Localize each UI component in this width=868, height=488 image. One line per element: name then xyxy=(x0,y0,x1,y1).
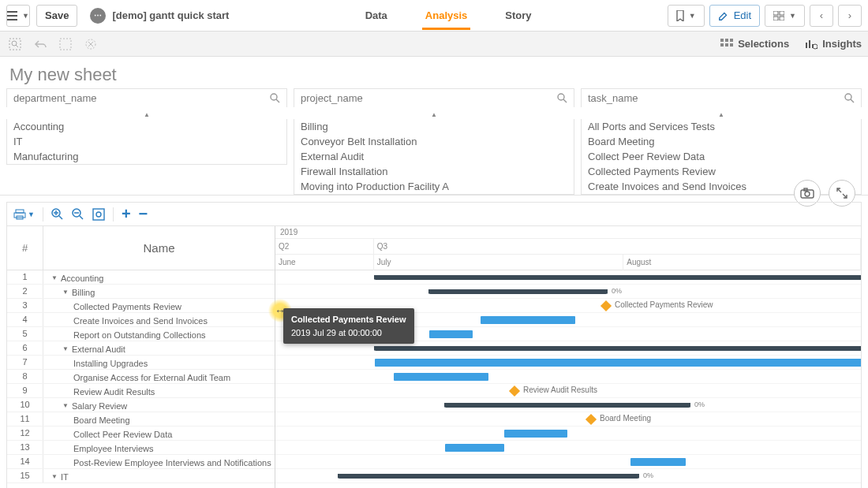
grid-row[interactable]: 2▼Billing xyxy=(7,285,275,299)
grid-header-index[interactable]: # xyxy=(7,226,43,270)
task-bar[interactable] xyxy=(630,458,686,466)
grid-row[interactable]: 1▼Accounting xyxy=(7,270,275,285)
timeline-row[interactable]: 0% xyxy=(275,285,861,299)
sort-asc-icon[interactable]: ▲ xyxy=(431,111,437,118)
milestone-marker[interactable] xyxy=(586,414,597,425)
grid-row[interactable]: 8Organise Access for External Audit Team xyxy=(7,370,275,384)
task-bar[interactable] xyxy=(481,316,575,324)
task-bar[interactable] xyxy=(445,444,504,452)
timeline-row[interactable] xyxy=(275,313,861,327)
zoom-fit-icon xyxy=(92,208,105,221)
svg-rect-2 xyxy=(773,17,778,20)
grid-row[interactable]: 11Board Meeting xyxy=(7,412,275,427)
task-bar[interactable] xyxy=(375,359,861,367)
tree-toggle-icon[interactable]: ▼ xyxy=(62,289,69,296)
grid-row[interactable]: 4Create Invoices and Send Invoices xyxy=(7,313,275,327)
hamburger-menu-button[interactable]: ▼ xyxy=(6,5,30,27)
clear-all-button[interactable] xyxy=(82,35,99,53)
grid-row[interactable]: 5Report on Outstanding Collections xyxy=(7,327,275,341)
tab-data[interactable]: Data xyxy=(362,2,391,30)
collapse-all-button[interactable]: − xyxy=(139,205,148,223)
expand-all-button[interactable]: + xyxy=(122,205,131,223)
filter-item[interactable]: Moving into Production Facility A xyxy=(294,179,574,194)
timeline-row[interactable]: 0% xyxy=(275,469,861,483)
timeline-row[interactable] xyxy=(275,327,861,341)
summary-bar[interactable] xyxy=(429,289,607,294)
filter-header[interactable]: project_name xyxy=(294,88,574,107)
grid-row[interactable]: 6▼External Audit xyxy=(7,341,275,356)
grid-row[interactable]: 3Collected Payments Review xyxy=(7,299,275,313)
tab-analysis[interactable]: Analysis xyxy=(422,2,470,30)
search-icon[interactable] xyxy=(844,93,855,103)
timeline-row[interactable] xyxy=(275,356,861,370)
timeline-row[interactable]: 0% xyxy=(275,398,861,412)
step-back-button[interactable] xyxy=(32,35,49,53)
filter-item[interactable]: IT xyxy=(7,134,286,149)
filter-header[interactable]: department_name xyxy=(6,88,287,107)
filter-item[interactable]: External Audit xyxy=(294,149,574,164)
grid-row[interactable]: 15▼IT xyxy=(7,469,275,483)
sort-asc-icon[interactable]: ▲ xyxy=(144,111,150,118)
tree-toggle-icon[interactable]: ▼ xyxy=(62,345,69,352)
grid-row[interactable]: 10▼Salary Review xyxy=(7,398,275,412)
filter-header[interactable]: task_name xyxy=(581,88,862,107)
timeline-row[interactable]: Review Audit Results xyxy=(275,384,861,398)
task-bar[interactable] xyxy=(504,430,567,438)
sheet-title[interactable]: My new sheet xyxy=(0,57,868,88)
timeline-row[interactable] xyxy=(275,441,861,455)
summary-bar[interactable] xyxy=(445,403,690,408)
grid-row[interactable]: 14Post-Review Employee Interviews and No… xyxy=(7,455,275,469)
insights-button[interactable]: Insights xyxy=(805,38,862,50)
summary-bar[interactable] xyxy=(375,346,861,351)
edit-button[interactable]: Edit xyxy=(709,5,760,27)
smart-search-button[interactable] xyxy=(6,35,24,53)
filter-item[interactable]: Board Meeting xyxy=(582,134,861,149)
sheets-dropdown-button[interactable]: ▼ xyxy=(765,5,805,27)
next-sheet-button[interactable]: › xyxy=(838,5,862,27)
filter-item[interactable]: Collect Peer Review Data xyxy=(582,149,861,164)
tree-toggle-icon[interactable]: ▼ xyxy=(51,473,58,480)
zoom-fit-button[interactable] xyxy=(92,208,105,221)
filter-item[interactable]: Conveyor Belt Installation xyxy=(294,134,574,149)
timeline-row[interactable] xyxy=(275,270,861,285)
task-bar[interactable] xyxy=(429,330,473,338)
search-icon[interactable] xyxy=(270,93,280,103)
filter-item[interactable]: Manufacturing xyxy=(7,149,286,164)
print-button[interactable]: ▼ xyxy=(13,209,35,220)
milestone-marker[interactable] xyxy=(509,386,520,397)
grid-row[interactable]: 13Employee Interviews xyxy=(7,441,275,455)
filter-item[interactable]: All Ports and Services Tests xyxy=(582,119,861,134)
bookmarks-button[interactable]: ▼ xyxy=(668,5,705,27)
tree-toggle-icon[interactable]: ▼ xyxy=(51,274,58,281)
clear-selections-button[interactable] xyxy=(57,35,74,53)
timeline-row[interactable]: Collected Payments Review xyxy=(275,299,861,313)
prev-sheet-button[interactable]: ‹ xyxy=(810,5,833,27)
zoom-out-button[interactable] xyxy=(72,208,84,221)
tree-toggle-icon[interactable]: ▼ xyxy=(62,402,69,409)
filter-item[interactable]: Collected Payments Review xyxy=(582,164,861,179)
chevron-right-icon: › xyxy=(848,9,851,21)
summary-bar[interactable] xyxy=(375,275,861,280)
milestone-marker[interactable] xyxy=(600,300,612,311)
summary-bar[interactable] xyxy=(339,474,638,479)
tab-story[interactable]: Story xyxy=(502,2,534,30)
task-bar[interactable] xyxy=(394,373,488,381)
timeline-row[interactable] xyxy=(275,370,861,384)
save-button[interactable]: Save xyxy=(36,5,77,27)
grid-row[interactable]: 7Installing Upgrades xyxy=(7,356,275,370)
grid-row[interactable]: 9Review Audit Results xyxy=(7,384,275,398)
selections-tool-button[interactable]: Selections xyxy=(720,38,789,50)
filter-item[interactable]: Firewall Installation xyxy=(294,164,574,179)
zoom-in-button[interactable] xyxy=(51,208,64,221)
timeline-row[interactable] xyxy=(275,455,861,469)
timeline-row[interactable]: Board Meeting xyxy=(275,412,861,427)
timeline-row[interactable] xyxy=(275,341,861,356)
sort-asc-icon[interactable]: ▲ xyxy=(718,111,724,118)
filter-item[interactable]: Accounting xyxy=(7,119,286,134)
gantt-timeline[interactable]: 2019 Q2Q3 JuneJulyAugust 0%Collected Pay… xyxy=(275,226,861,488)
timeline-row[interactable] xyxy=(275,427,861,441)
grid-header-name[interactable]: Name xyxy=(43,226,275,270)
grid-row[interactable]: 12Collect Peer Review Data xyxy=(7,427,275,441)
filter-item[interactable]: Billing xyxy=(294,119,574,134)
search-icon[interactable] xyxy=(557,93,567,103)
